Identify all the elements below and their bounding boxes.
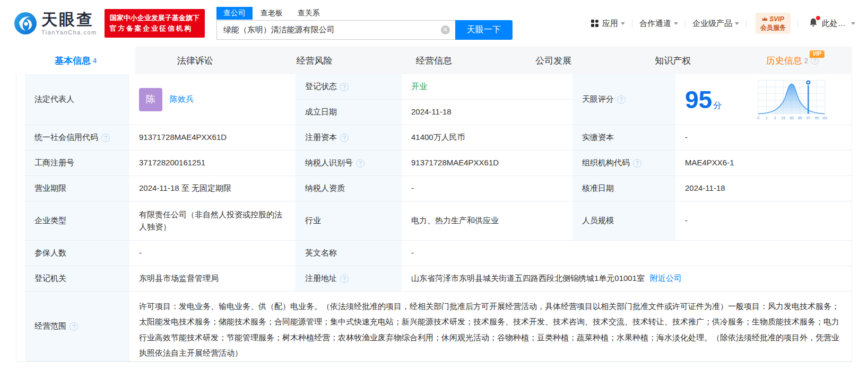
help-icon[interactable] [340, 83, 349, 91]
apps-grid-icon [591, 19, 599, 28]
tianyancha-logo-icon [14, 12, 37, 35]
score-distribution-chart: 0 1 3 15 50 85 97 99 100 [756, 78, 827, 121]
approval-date-label: 核准日期 [572, 176, 675, 201]
legal-rep-name-link[interactable]: 陈效兵 [170, 93, 194, 105]
chevron-down-icon [735, 22, 739, 25]
notification-bell-button[interactable] [808, 17, 819, 30]
org-code-value: MAE4PXX6-1 [675, 151, 852, 176]
nearby-companies-link[interactable]: 附近公司 [650, 272, 682, 285]
section-tab-bar: 基本信息 4 法律诉讼 经营风险 经营信息 公司发展 知识产权 VIP 历史信息… [16, 47, 852, 74]
search-tab-boss[interactable]: 查老板 [254, 7, 290, 20]
crown-icon [762, 16, 768, 21]
help-icon[interactable] [70, 322, 78, 331]
certification-badge-line1: 国家中小企业发展子基金旗下 [110, 13, 199, 23]
paid-capital-label: 实缴资本 [572, 125, 675, 151]
reg-capital-value: 41400万人民币 [402, 125, 572, 151]
vip-badge: VIP [810, 50, 824, 58]
tianyancha-logo[interactable]: 天眼查 TianYanCha.com [14, 12, 97, 36]
tab-history-info[interactable]: VIP 历史信息 2 [733, 47, 852, 74]
header-menu: 应用 合作通道 企业级产品 SVIP 会员服务 [591, 13, 855, 34]
help-icon[interactable] [617, 95, 626, 104]
score-value: 95分 0 [675, 74, 852, 125]
divider [685, 20, 685, 27]
tab-legal-proceedings[interactable]: 法律诉讼 [135, 47, 255, 74]
svg-text:97: 97 [806, 116, 811, 120]
tab-basic-info-count: 4 [93, 57, 97, 65]
business-term-value: 2024-11-18 至 无固定期限 [129, 176, 296, 201]
search-area: 查公司 查老板 查关系 天眼一下 [216, 7, 513, 40]
business-term-label: 营业期限 [25, 176, 129, 201]
help-icon[interactable] [340, 275, 349, 283]
tab-risk-label: 经营风险 [297, 55, 333, 67]
basic-info-table: 法定代表人 陈 陈效兵 登记状态 开业 成立日期 2024-11-18 天眼评分… [16, 74, 852, 362]
menu-item-apps[interactable]: 应用 [591, 19, 625, 29]
svg-text:0: 0 [757, 116, 759, 120]
tab-business-info[interactable]: 经营信息 [374, 47, 493, 74]
tab-development-label: 公司发展 [535, 55, 571, 67]
tab-intellectual-property[interactable]: 知识产权 [613, 47, 733, 74]
help-icon[interactable] [633, 159, 641, 168]
reg-number-label: 工商注册号 [25, 151, 129, 176]
search-tabs: 查公司 查老板 查关系 [216, 7, 513, 20]
company-type-value: 有限责任公司（非自然人投资或控股的法人独资） [129, 201, 296, 241]
help-icon[interactable] [101, 134, 110, 142]
insured-count-label: 参保人数 [25, 241, 129, 266]
divider [632, 20, 632, 27]
divider [746, 20, 747, 27]
legal-rep-avatar[interactable]: 陈 [139, 88, 162, 111]
industry-label: 行业 [296, 201, 402, 241]
search-tab-company[interactable]: 查公司 [216, 7, 253, 20]
business-scope-label: 经营范围 [25, 292, 129, 362]
approval-date-value: 2024-11-18 [675, 176, 852, 201]
staff-size-label: 人员规模 [572, 201, 675, 241]
tab-company-development[interactable]: 公司发展 [494, 47, 613, 74]
reg-number-value: 371728200161251 [129, 151, 296, 176]
english-name-label: 英文名称 [296, 241, 402, 266]
help-icon[interactable] [340, 134, 349, 142]
chevron-down-icon [851, 22, 855, 25]
legal-rep-label: 法定代表人 [25, 74, 129, 125]
legal-rep-value: 陈 陈效兵 [129, 74, 296, 125]
search-tab-relation[interactable]: 查关系 [291, 7, 327, 20]
svip-member-button[interactable]: SVIP 会员服务 [756, 13, 791, 34]
search-button[interactable]: 天眼一下 [455, 20, 513, 40]
tab-history-count: 2 [804, 57, 808, 65]
establish-date-label: 成立日期 [296, 100, 402, 125]
tab-history-label: 历史信息 [766, 55, 802, 67]
svg-text:85: 85 [798, 116, 802, 120]
reg-authority-value: 东明县市场监督管理局 [129, 266, 296, 292]
taxpayer-id-label: 纳税人识别号 [296, 151, 402, 176]
reg-address-value: 山东省菏泽市东明县城关街道五四路西段北侧锦绣城1单元01001室 附近公司 [402, 266, 852, 292]
user-account-label: 此处… [822, 19, 846, 29]
top-header: 天眼查 TianYanCha.com 国家中小企业发展子基金旗下 官方备案企业征… [0, 0, 868, 47]
svg-text:50: 50 [789, 116, 794, 120]
menu-item-cooperation[interactable]: 合作通道 [639, 19, 678, 29]
chevron-down-icon [621, 22, 625, 25]
chevron-down-icon [674, 22, 678, 25]
score-number: 95 [685, 86, 712, 113]
logo-domain-text: TianYanCha.com [41, 29, 97, 36]
tab-ip-label: 知识产权 [655, 55, 691, 67]
tab-basic-info-label: 基本信息 [55, 55, 91, 67]
menu-item-enterprise[interactable]: 企业级产品 [692, 19, 739, 29]
tab-basic-info[interactable]: 基本信息 4 [16, 47, 135, 74]
user-account-menu[interactable]: 此处… [822, 19, 855, 29]
company-type-label: 企业类型 [25, 201, 129, 241]
credit-code-label: 统一社会信用代码 [25, 125, 129, 151]
search-input[interactable] [216, 20, 455, 40]
certification-badge: 国家中小企业发展子基金旗下 官方备案企业征信机构 [105, 9, 205, 38]
business-scope-value: 许可项目：发电业务、输电业务、供（配）电业务。（依法须经批准的项目，经相关部门批… [129, 292, 852, 362]
org-code-label: 组织机构代码 [572, 151, 675, 176]
industry-value: 电力、热力生产和供应业 [402, 201, 572, 241]
svip-service-label: 会员服务 [760, 24, 786, 31]
tab-operational-risk[interactable]: 经营风险 [255, 47, 374, 74]
clear-search-icon[interactable] [441, 25, 450, 34]
credit-code-value: 91371728MAE4PXX61D [129, 125, 296, 151]
score-label: 天眼评分 [572, 74, 675, 125]
menu-cooperation-label: 合作通道 [639, 19, 671, 29]
reg-status-label: 登记状态 [296, 74, 402, 100]
taxpayer-id-value: 91371728MAE4PXX61D [402, 151, 572, 176]
divider [797, 20, 798, 27]
help-icon[interactable] [356, 159, 364, 168]
svg-text:99: 99 [814, 116, 819, 120]
